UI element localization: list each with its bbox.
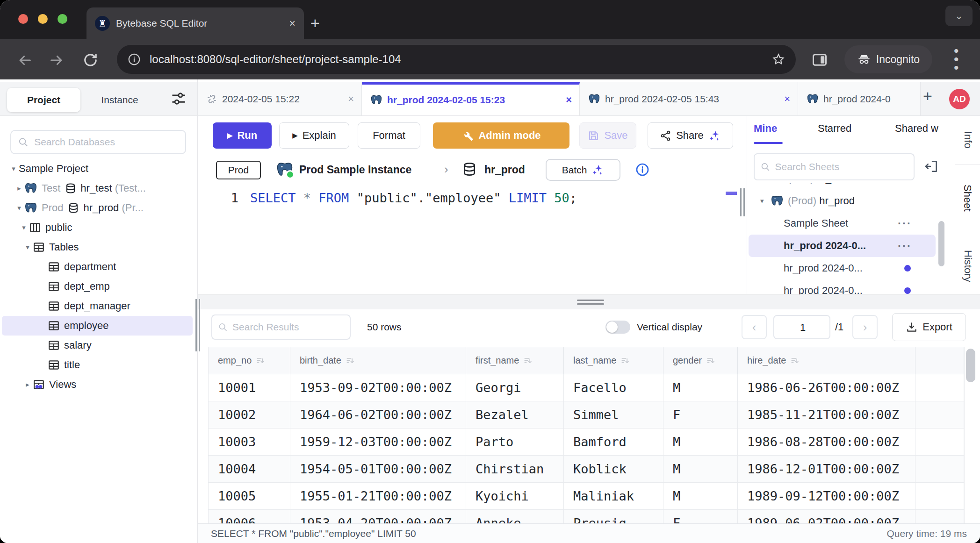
new-browser-tab-button[interactable]: + [310, 15, 320, 31]
editor-tab-1[interactable]: hr_prod 2024-02-05 15:23× [362, 82, 580, 115]
close-window-button[interactable] [18, 14, 28, 24]
sidebar-item-hr_prod[interactable]: ▾Prodhr_prod (Pr... [0, 198, 211, 218]
sidebar-item-Views[interactable]: ▸Views [0, 375, 220, 394]
forward-icon[interactable] [49, 52, 65, 68]
table-cell[interactable]: Bezalel [466, 401, 564, 429]
table-row[interactable]: 100041954-05-01T00:00:00ZChirstianKoblic… [209, 456, 964, 483]
chevron-down-icon[interactable]: ▾ [22, 243, 33, 251]
chevron-down-icon[interactable]: ▾ [19, 223, 29, 232]
sheet-menu-icon[interactable]: ··· [898, 239, 912, 252]
chevron-down-icon[interactable]: ▾ [14, 204, 24, 212]
rail-tab-info[interactable]: Info [955, 116, 980, 164]
sheet-tab-shared[interactable]: Shared w [895, 122, 955, 135]
sheet-list-item-5[interactable]: hr_prod 2024-0... [747, 279, 944, 294]
collapse-panel-icon[interactable] [924, 159, 939, 174]
table-cell[interactable]: 1986-12-01T00:00:00Z [738, 456, 915, 483]
table-cell[interactable]: Anneke [466, 510, 564, 523]
url-text[interactable]: localhost:8080/sql-editor/sheet/project-… [150, 53, 771, 66]
table-cell[interactable]: 1985-11-21T00:00:00Z [738, 401, 915, 429]
column-header-birth_date[interactable]: birth_date [290, 347, 466, 374]
table-cell[interactable]: M [663, 374, 738, 401]
chevron-right-icon[interactable]: ▸ [22, 380, 33, 389]
table-row[interactable]: 100061953-04-20T00:00:00ZAnnekePreusigF1… [209, 510, 964, 523]
page-number-input[interactable] [774, 316, 831, 339]
table-cell[interactable]: M [663, 483, 738, 510]
results-search-input[interactable] [231, 321, 344, 333]
table-cell[interactable]: 1964-06-02T00:00:00Z [290, 401, 466, 429]
sheet-list-item-1[interactable]: ▾(Prod) hr_prod [747, 190, 944, 212]
table-scrollbar[interactable] [966, 349, 975, 382]
table-cell[interactable]: 10002 [209, 401, 290, 429]
sheet-tab-mine[interactable]: Mine [754, 122, 777, 135]
table-cell[interactable]: F [663, 510, 738, 523]
avatar[interactable]: AD [949, 89, 970, 109]
next-page-button[interactable]: › [852, 315, 878, 339]
vertical-display-toggle[interactable] [605, 321, 630, 334]
database-search-input[interactable] [33, 136, 179, 148]
sidebar-item-title[interactable]: title [0, 355, 235, 375]
table-cell[interactable]: 1955-01-21T00:00:00Z [290, 483, 466, 510]
save-button[interactable]: Save [579, 122, 636, 149]
results-divider[interactable] [198, 294, 980, 309]
sidebar-item-dept_emp[interactable]: dept_emp [0, 277, 235, 296]
minimize-window-button[interactable] [38, 14, 48, 24]
table-cell[interactable]: Parto [466, 429, 564, 456]
table-cell[interactable]: Koblick [564, 456, 663, 483]
table-row[interactable]: 100021964-06-02T00:00:00ZBezalelSimmelF1… [209, 401, 964, 429]
table-cell[interactable]: 1959-12-03T00:00:00Z [290, 429, 466, 456]
table-cell[interactable]: M [663, 456, 738, 483]
table-cell[interactable]: 10003 [209, 429, 290, 456]
close-tab-icon[interactable]: × [566, 94, 572, 106]
column-header-hire_date[interactable]: hire_date [738, 347, 915, 374]
reload-icon[interactable] [82, 52, 99, 68]
tab-instance[interactable]: Instance [92, 88, 148, 112]
admin-mode-button[interactable]: Admin mode [433, 122, 569, 149]
column-header-last_name[interactable]: last_name [564, 347, 663, 374]
tab-project[interactable]: Project [7, 88, 80, 112]
table-cell[interactable]: 1953-04-20T00:00:00Z [290, 510, 466, 523]
batch-button[interactable]: Batch [546, 159, 620, 181]
table-cell[interactable]: Kyoichi [466, 483, 564, 510]
table-cell[interactable]: Simmel [564, 401, 663, 429]
sidebar-item-department[interactable]: department [0, 257, 235, 277]
sort-icon[interactable] [706, 356, 715, 365]
breadcrumb-instance[interactable]: Prod Sample Instance [299, 164, 411, 176]
format-button[interactable]: Format [358, 122, 420, 149]
table-cell[interactable]: 10006 [209, 510, 290, 523]
database-search[interactable] [10, 130, 186, 154]
sort-icon[interactable] [346, 356, 355, 365]
rail-tab-sheet[interactable]: Sheet [955, 164, 980, 232]
chevron-right-icon[interactable]: ▸ [14, 184, 24, 193]
table-cell[interactable]: Bamford [564, 429, 663, 456]
table-cell[interactable]: 1986-06-26T00:00:00Z [738, 374, 915, 401]
sidebar-item-hr_test[interactable]: ▸Testhr_test (Test... [0, 179, 211, 198]
sheet-tab-starred[interactable]: Starred [818, 122, 851, 135]
sidebar-filter-icon[interactable] [170, 90, 187, 107]
table-row[interactable]: 100031959-12-03T00:00:00ZPartoBamfordM19… [209, 429, 964, 456]
browser-menu-icon[interactable]: ••• [954, 47, 959, 72]
sort-icon[interactable] [256, 356, 265, 365]
tab-search-chevron-icon[interactable]: ⌄ [945, 6, 973, 26]
sheet-search-input[interactable] [774, 161, 908, 173]
table-cell[interactable]: 10004 [209, 456, 290, 483]
sql-code-line[interactable]: SELECT * FROM "public"."employee" LIMIT … [250, 191, 577, 205]
browser-tab[interactable]: ♜ Bytebase SQL Editor × [86, 7, 304, 39]
table-cell[interactable]: F [663, 401, 738, 429]
rail-tab-history[interactable]: History [955, 232, 980, 300]
url-bar[interactable]: localhost:8080/sql-editor/sheet/project-… [117, 45, 796, 74]
table-cell[interactable]: 10005 [209, 483, 290, 510]
table-cell[interactable]: 1986-08-28T00:00:00Z [738, 429, 915, 456]
sort-icon[interactable] [790, 356, 800, 365]
editor-tab-3[interactable]: hr_prod 2024-0 [798, 82, 921, 115]
table-cell[interactable]: M [663, 429, 738, 456]
table-cell[interactable]: Facello [564, 374, 663, 401]
chevron-down-icon[interactable]: ▾ [8, 164, 19, 173]
editor-tab-2[interactable]: hr_prod 2024-02-05 15:43× [580, 82, 798, 115]
table-cell[interactable]: Maliniak [564, 483, 663, 510]
bookmark-star-icon[interactable] [771, 52, 785, 66]
breadcrumb-database[interactable]: hr_prod [484, 164, 525, 176]
table-row[interactable]: 100011953-09-02T00:00:00ZGeorgiFacelloM1… [209, 374, 964, 401]
sheet-list-item-4[interactable]: hr_prod 2024-0... [747, 257, 944, 279]
table-cell[interactable]: Georgi [466, 374, 564, 401]
sheet-list-item-3[interactable]: hr_prod 2024-0...··· [747, 235, 944, 257]
